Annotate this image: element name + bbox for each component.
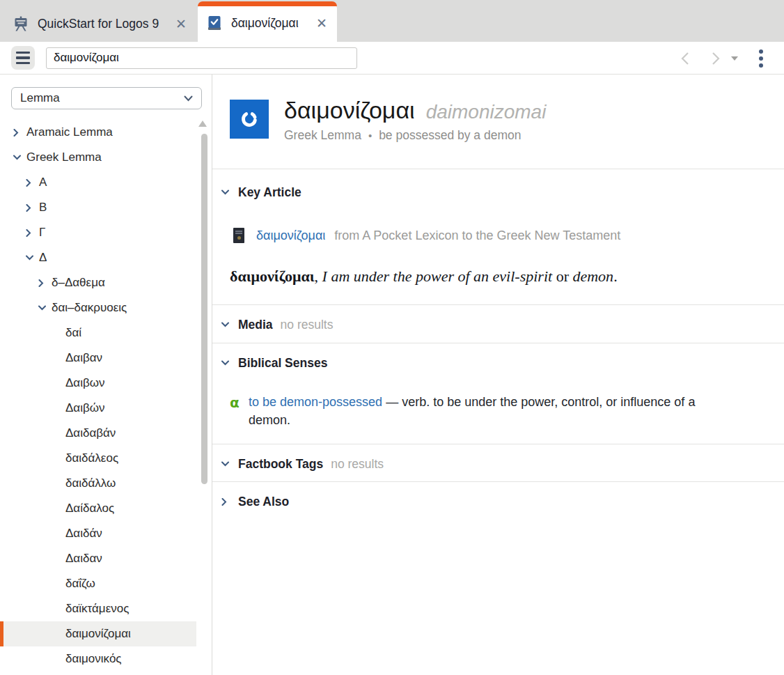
tree-item-label: Δαίδαλος (65, 502, 114, 515)
tree-item[interactable]: Δαιβαν (0, 346, 196, 371)
tab-label: δαιμονίζομαι (231, 16, 309, 31)
tree-item-label: δαι–δακρυοεις (52, 301, 127, 315)
filter-select[interactable]: Lemma (11, 87, 202, 109)
tree-item-label: Β (39, 201, 47, 215)
lemma-tree: Aramaic LemmaGreek LemmaΑΒΓΔδ–Δαθεμαδαι–… (0, 120, 212, 672)
tree-item[interactable]: Δαιβών (0, 396, 196, 421)
tree-item[interactable]: Α (0, 170, 196, 195)
tree-item-label: δαιδάλλω (65, 476, 116, 490)
no-results-label: no results (281, 318, 334, 332)
history-dropdown-icon[interactable] (730, 42, 739, 75)
tree-item[interactable]: Δαιδαν (0, 546, 196, 571)
tree-item[interactable]: Δαιδαβάν (0, 421, 196, 446)
page-title: δαιμονίζομαι (284, 97, 415, 124)
lemma-gloss: be possessed by a demon (379, 128, 521, 143)
back-icon[interactable] (678, 42, 693, 75)
chevron-down-icon[interactable] (221, 322, 238, 327)
factbook-panel: δαιμονίζομαι daimonizomai Greek Lemma • … (212, 75, 784, 675)
tab-bar: QuickStart for Logos 9 ✕ δαιμονίζομαι ✕ (0, 0, 784, 42)
article-source: from A Pocket Lexicon to the Greek New T… (334, 228, 620, 243)
chevron-down-icon[interactable] (221, 360, 238, 366)
chevron-right-icon[interactable] (22, 179, 39, 187)
tree-item[interactable]: δαιμονικός (0, 646, 196, 672)
tree-item-label: δαί (65, 326, 81, 340)
chevron-down-icon[interactable] (10, 155, 26, 160)
chevron-right-icon[interactable] (35, 279, 52, 287)
tree-item-label: δ–Δαθεμα (52, 276, 105, 290)
tree-item[interactable]: Β (0, 195, 196, 220)
tree-item-label: Δαιβαν (65, 351, 102, 365)
chevron-down-icon[interactable] (221, 189, 238, 195)
section-media: Media no results (212, 304, 784, 343)
chevron-down-icon[interactable] (22, 255, 39, 261)
presentation-easel-icon (13, 15, 29, 32)
tree-item-label: Δαιδαβάν (65, 426, 116, 440)
tree-item-label: δαιδάλεος (65, 451, 118, 465)
lemma-type: Greek Lemma (284, 128, 361, 143)
tree-item-label: Γ (39, 226, 45, 240)
tree-item-label: δαΐζω (65, 577, 95, 591)
tab-quickstart[interactable]: QuickStart for Logos 9 ✕ (4, 6, 196, 42)
book-cover-icon (233, 228, 244, 243)
section-title: Key Article (238, 185, 301, 200)
tree-item[interactable]: Δαιβων (0, 371, 196, 396)
scrollbar-thumb[interactable] (201, 134, 207, 484)
section-key-article: Key Article δαιμονίζομαι from A Pocket L… (212, 169, 784, 304)
tree-item[interactable]: Δαιδάν (0, 521, 196, 546)
tree-item[interactable]: δαιδάλλω (0, 471, 196, 496)
close-icon[interactable]: ✕ (175, 17, 187, 31)
tree-item[interactable]: δαιμονίζομαι (0, 621, 196, 646)
tree-item[interactable]: δαϊκτάμενος (0, 596, 196, 621)
filter-select-label: Lemma (20, 91, 184, 105)
transliteration: daimonizomai (426, 101, 547, 123)
panel-menu-icon[interactable] (11, 46, 35, 70)
tree-item-label: δαϊκτάμενος (65, 602, 129, 616)
tree-item-label: Δαιδάν (65, 527, 102, 541)
tree-item[interactable]: δαι–δακρυοεις (0, 295, 196, 320)
close-icon[interactable]: ✕ (316, 17, 327, 30)
panel-kebab-menu-icon[interactable] (757, 42, 765, 75)
tree-item[interactable]: Γ (0, 220, 196, 245)
tree-item-label: Greek Lemma (26, 150, 102, 164)
tree-item[interactable]: Δ (0, 245, 196, 270)
lemma-refresh-icon (230, 100, 269, 139)
chevron-right-icon[interactable] (221, 498, 238, 506)
alpha-sense-icon: α (230, 394, 240, 412)
section-title: Biblical Senses (238, 356, 327, 371)
search-input[interactable] (46, 47, 357, 69)
section-title: Media (238, 318, 273, 332)
tree-item[interactable]: Δαίδαλος (0, 496, 196, 521)
scrollbar-up-icon[interactable] (198, 121, 207, 127)
section-see-also: See Also (212, 481, 784, 675)
section-factbook-tags: Factbook Tags no results (212, 444, 784, 481)
tree-item-label: Δαιβων (65, 376, 105, 390)
tree-item-label: Δαιδαν (65, 552, 102, 566)
panel-toolbar (0, 42, 784, 75)
chevron-down-icon[interactable] (35, 305, 52, 311)
no-results-label: no results (331, 457, 384, 472)
section-biblical-senses: Biblical Senses αto be demon-possessed —… (212, 343, 784, 444)
chevron-right-icon[interactable] (10, 129, 26, 137)
tree-item[interactable]: Aramaic Lemma (0, 120, 196, 145)
tab-daimonizomai[interactable]: δαιμονίζομαι ✕ (198, 1, 337, 42)
sense-link[interactable]: to be demon-possessed (249, 395, 382, 409)
lemma-sidebar: Lemma Aramaic LemmaGreek LemmaΑΒΓΔδ–Δαθε… (0, 75, 212, 675)
tree-item-label: δαιμονικός (65, 652, 122, 666)
article-link[interactable]: δαιμονίζομαι (256, 228, 325, 243)
tree-item[interactable]: δαί (0, 320, 196, 346)
tab-label: QuickStart for Logos 9 (38, 17, 168, 31)
factbook-icon (206, 15, 223, 31)
tree-item[interactable]: δ–Δαθεμα (0, 270, 196, 295)
tree-item[interactable]: δαιδάλεος (0, 446, 196, 471)
chevron-right-icon[interactable] (22, 229, 39, 237)
tree-item[interactable]: Greek Lemma (0, 145, 196, 170)
section-title: See Also (238, 495, 289, 509)
section-title: Factbook Tags (238, 457, 323, 472)
tree-item-label: Δ (39, 251, 47, 265)
tree-item[interactable]: δαΐζω (0, 571, 196, 596)
chevron-down-icon[interactable] (221, 461, 238, 467)
lemma-header: δαιμονίζομαι daimonizomai Greek Lemma • … (212, 75, 784, 169)
tree-item-label: Aramaic Lemma (26, 125, 113, 139)
chevron-right-icon[interactable] (22, 204, 39, 212)
forward-icon[interactable] (707, 42, 723, 75)
